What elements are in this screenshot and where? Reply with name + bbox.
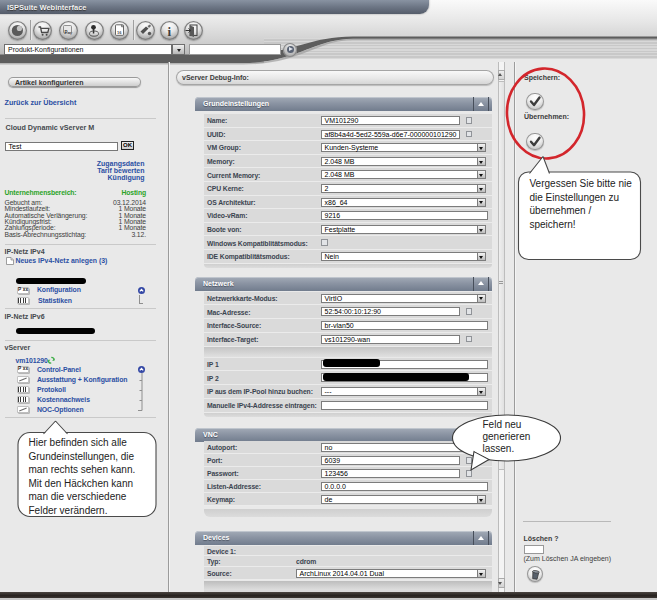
svg-text:16: 16	[117, 30, 122, 35]
svg-text:i: i	[168, 24, 172, 39]
svg-text:ay: ay	[68, 30, 73, 35]
